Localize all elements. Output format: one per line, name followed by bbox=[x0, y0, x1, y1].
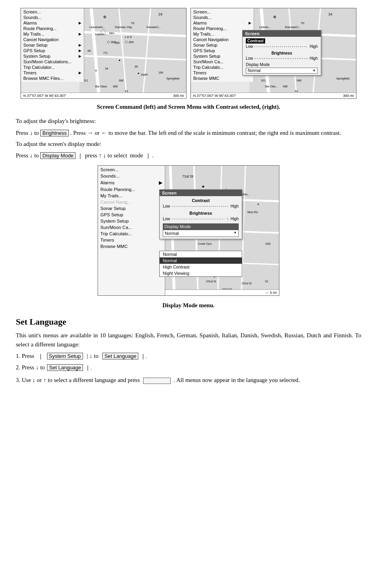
left-map-area: ⊕ 24 70 35 711 355 8 54 65 811 680 Jopli… bbox=[79, 8, 186, 99]
svg-rect-33 bbox=[119, 60, 120, 61]
step1-row: 1. Press | System Setup | ↓ to Set Langu… bbox=[16, 353, 361, 359]
contrast-high: High bbox=[309, 44, 318, 49]
svg-text:KansasCi...: KansasCi... bbox=[147, 26, 161, 28]
display-mode-label: Display Mode bbox=[246, 62, 318, 67]
right-menu-browse: Browse MMC bbox=[191, 76, 254, 81]
svg-text:71st St: 71st St bbox=[182, 174, 194, 178]
large-screen-popup: Screen Contrast Low High Brightness Low … bbox=[159, 189, 242, 239]
press-down-2-text: Press ↓ to bbox=[16, 152, 39, 159]
press-down-1-text: Press ↓ to bbox=[16, 130, 39, 136]
brightness-track bbox=[254, 58, 308, 59]
svg-text:70: 70 bbox=[131, 21, 134, 25]
contrast-section: Contrast Low High bbox=[246, 38, 318, 49]
menu-item-alarms: Alarms ▶ bbox=[21, 20, 84, 26]
svg-text:4: 4 bbox=[257, 202, 259, 206]
set-language-heading: Set Language bbox=[16, 317, 361, 327]
svg-text:169: 169 bbox=[265, 242, 271, 246]
svg-text:⬡ 366: ⬡ 366 bbox=[107, 40, 116, 44]
right-menu-sounds: Sounds... bbox=[191, 15, 254, 20]
step1-key: System Setup bbox=[47, 353, 83, 359]
right-screen-popup: Screen Contrast Low High Brightness Low bbox=[242, 30, 321, 76]
left-map-svg: ⊕ 24 70 35 711 355 8 54 65 811 680 Jopli… bbox=[79, 8, 186, 99]
large-brightness-row: Low ↑ High bbox=[163, 217, 239, 221]
menu-item-screen: Screen... bbox=[21, 9, 84, 15]
large-popup-body: Contrast Low High Brightness Low ↑ High … bbox=[160, 196, 242, 239]
large-contrast-high: High bbox=[230, 204, 239, 208]
step2-end: | . bbox=[87, 364, 92, 371]
top-caption: Screen Command (left) and Screen Menu wi… bbox=[16, 104, 361, 110]
svg-text:101st St: 101st St bbox=[241, 282, 252, 285]
press-down-1-row: Press ↓ to Brightness . Press → or ← to … bbox=[16, 130, 361, 136]
svg-text:◆: ◆ bbox=[202, 185, 205, 188]
press-up-down-text: press ↑ ↓ to select bbox=[85, 152, 127, 159]
para1: To adjust the display's brightness: bbox=[16, 117, 361, 126]
svg-text:Bar Obso: Bar Obso bbox=[95, 85, 107, 88]
lm-sonar: Sonar Setup bbox=[98, 205, 165, 212]
brightness-section: Brightness Low High bbox=[246, 51, 318, 61]
large-contrast-low: Low bbox=[163, 204, 170, 208]
display-mode-key-box: Display Mode bbox=[40, 152, 75, 159]
dropdown-list: Normal Normal High Contrast Night Viewin… bbox=[159, 251, 242, 277]
menu-item-route: Route Planning... bbox=[21, 26, 84, 31]
menu-item-trip: Trip Calculator... bbox=[21, 64, 84, 70]
right-screenshot: Screen... Sounds... Alarms ▶ Route Plann… bbox=[190, 8, 356, 99]
left-coords: N 37°57.067' W 95°43.307' bbox=[23, 94, 66, 98]
option-night: Night Viewing bbox=[160, 270, 242, 276]
display-mode-section: Display Mode Normal ▼ bbox=[246, 62, 318, 74]
svg-text:Mino...: Mino... bbox=[241, 193, 250, 196]
lm-browse: Browse MMC bbox=[98, 243, 165, 250]
svg-text:Creek Tpro: Creek Tpro bbox=[198, 242, 212, 246]
contrast-label: Contrast bbox=[246, 38, 265, 43]
right-menu-screen: Screen... bbox=[191, 9, 254, 15]
large-display-mode-value: Normal bbox=[165, 231, 179, 236]
screenshots-row: Screen... Sounds... Alarms ▶ Route Plann… bbox=[16, 8, 361, 99]
menu-item-system: System Setup ▶ bbox=[21, 53, 84, 59]
lm-cancel: Cancel Navig... bbox=[98, 199, 165, 205]
svg-text:44: 44 bbox=[125, 90, 128, 93]
right-popup-body: Contrast Low High Brightness Low High bbox=[243, 37, 321, 75]
right-coord-bar: N 37°57.067' W 95°43.307' 300 mi bbox=[191, 93, 356, 98]
svg-text:711: 711 bbox=[103, 51, 108, 54]
step3-key-box bbox=[143, 378, 171, 384]
step3-end: . All menus now appear in the language y… bbox=[173, 377, 300, 383]
svg-text:Leavenwor...: Leavenwor... bbox=[89, 26, 105, 28]
option-normal-2: Normal bbox=[160, 257, 242, 264]
para2: To adjust the screen's display mode: bbox=[16, 140, 361, 149]
svg-rect-32 bbox=[138, 73, 139, 74]
large-contrast-track bbox=[172, 206, 228, 207]
brightness-label: Brightness bbox=[246, 51, 318, 55]
svg-text:Joplin: Joplin bbox=[141, 73, 148, 76]
svg-text:24: 24 bbox=[328, 12, 332, 16]
menu-item-timers: Timers ▶ bbox=[21, 70, 84, 76]
step2-num: 2. Press ↓ to bbox=[16, 364, 45, 371]
menu-item-browse: Browse MMC Files... bbox=[21, 76, 84, 81]
step2-key: Set Language bbox=[47, 364, 83, 371]
step1-pipe1: | bbox=[40, 353, 41, 359]
svg-text:44: 44 bbox=[295, 90, 298, 93]
option-normal-1: Normal bbox=[160, 251, 242, 257]
large-scale: ↔ 5 mi bbox=[265, 291, 277, 295]
step1-mid-text: | ↓ to bbox=[87, 353, 99, 359]
contrast-low: Low bbox=[246, 44, 253, 49]
svg-text:680: 680 bbox=[119, 79, 124, 82]
svg-text:65: 65 bbox=[135, 65, 138, 68]
svg-text:Leaven...: Leaven... bbox=[259, 26, 271, 28]
large-display-mode-box: Normal ▼ bbox=[163, 230, 239, 237]
brightness-low: Low bbox=[246, 56, 253, 61]
svg-text:Kansas City: Kansas City bbox=[115, 25, 132, 29]
menu-item-trails: My Trails... ▶ bbox=[21, 31, 84, 37]
left-coord-bar: N 37°57.067' W 95°43.307' 300 mi bbox=[21, 93, 186, 98]
lm-trails: My Trails... bbox=[98, 193, 165, 199]
option-high-contrast: High Contrast bbox=[160, 264, 242, 270]
svg-text:Springfield: Springfield bbox=[166, 77, 179, 80]
large-menu-panel: Screen... Sounds... Alarms ▶ Route Plann… bbox=[98, 166, 165, 295]
menu-item-sonar: Sonar Setup ▶ bbox=[21, 42, 84, 48]
step3-row: 3. Use ↓ or ↑ to select a different lang… bbox=[16, 376, 361, 385]
pipe-2: | bbox=[147, 152, 149, 159]
svg-text:70: 70 bbox=[301, 21, 304, 25]
svg-text:91: 91 bbox=[265, 280, 268, 283]
svg-text:KansasCi...: KansasCi... bbox=[285, 25, 301, 29]
lm-sounds: Sounds... bbox=[98, 173, 165, 179]
contrast-lh-row: Low High bbox=[246, 44, 318, 49]
step1-end: | . bbox=[142, 353, 147, 359]
